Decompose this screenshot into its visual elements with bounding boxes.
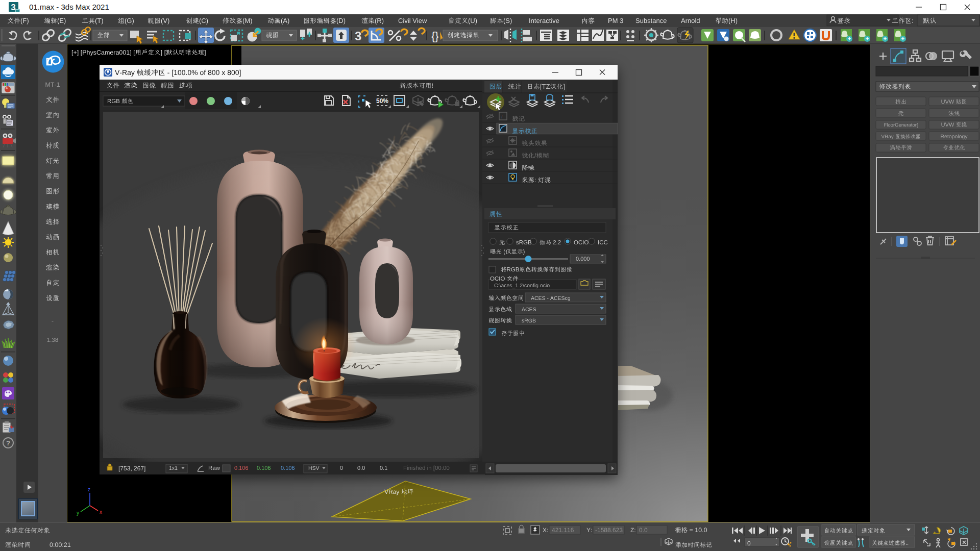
svg-text:z: z	[88, 487, 90, 492]
svg-text:3: 3	[11, 3, 15, 12]
svg-text:3: 3	[355, 29, 361, 43]
svg-text:x: x	[100, 509, 102, 515]
svg-text:50%: 50%	[376, 97, 388, 105]
svg-text:?: ?	[6, 439, 10, 447]
svg-text:y: y	[77, 510, 79, 516]
svg-text:{}: {}	[431, 30, 439, 42]
